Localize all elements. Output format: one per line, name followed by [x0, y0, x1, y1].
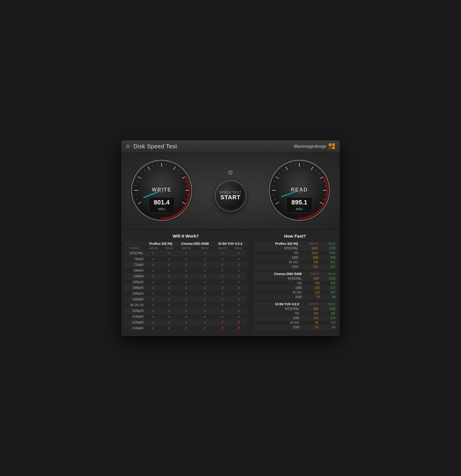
format-cell: 1080p60 [125, 296, 145, 302]
cross-icon: ✗ [237, 326, 240, 330]
format-cell: 2160p60 [125, 325, 145, 331]
format-cell: 1080p25 [125, 279, 145, 285]
subheader-w3: WRITE [214, 246, 231, 250]
check-icon: ✓ [168, 251, 171, 255]
hf-read-cell: 852 [319, 260, 336, 264]
hf-format-cell: 720 [254, 281, 303, 285]
check-cell: ✓ [231, 268, 247, 273]
hf-format-cell: NTSC/PAL [254, 276, 303, 281]
check-icon: ✓ [152, 303, 155, 307]
write-gauge: WRITE 801.4 MB/s [130, 159, 193, 222]
check-icon: ✓ [221, 286, 224, 290]
check-icon: ✓ [185, 268, 188, 273]
hf-read-cell: 245 [320, 290, 336, 295]
check-icon: ✓ [203, 297, 207, 301]
subheader-w1: WRITE [145, 246, 162, 250]
table-row: 2160p50✓✓✓✓✗✗ [125, 319, 247, 325]
check-cell: ✓ [231, 314, 247, 319]
check-icon: ✓ [152, 314, 155, 319]
check-icon: ✓ [203, 309, 207, 313]
check-icon: ✓ [185, 286, 188, 290]
read-label: READ [291, 187, 308, 193]
how-fast-section: 10 Bit YUV 4:2:2WRITEREADNTSC/PAL8941006… [254, 302, 336, 330]
check-icon: ✓ [237, 257, 241, 261]
hf-format-cell: NTSC/PAL [254, 246, 299, 251]
check-icon: ✓ [185, 263, 188, 267]
subheader-r3: READ [231, 246, 247, 250]
table-row: 1080151170 [254, 316, 336, 320]
check-icon: ✓ [152, 297, 155, 301]
hf-read-cell: 382 [319, 311, 336, 316]
subheader-r1: READ [162, 246, 177, 250]
start-label-main: START [220, 194, 241, 201]
read-col-header: READ [319, 241, 336, 246]
table-row: 1080p30✓✓✓✓✓✓ [125, 285, 247, 291]
check-cell: ✓ [196, 296, 214, 302]
check-icon: ✓ [221, 280, 224, 284]
check-icon: ✓ [237, 268, 241, 273]
table-row: 2160p25✓✓✓✓✓✓ [125, 308, 247, 314]
check-icon: ✓ [221, 251, 224, 255]
hf-write-cell: 98 [300, 320, 319, 325]
how-fast-table: Cinema DNG RAWWRITEREADNTSC/PAL198722357… [254, 272, 336, 299]
write-value: 801.4 [152, 199, 171, 206]
hf-read-cell: 1006 [319, 306, 336, 311]
check-icon: ✓ [168, 257, 171, 261]
check-icon: ✓ [168, 297, 171, 301]
hf-write-cell: 1616 [299, 251, 319, 255]
check-icon: ✓ [237, 291, 241, 296]
check-icon: ✓ [152, 320, 155, 325]
check-cell: ✓ [214, 308, 231, 314]
format-cell: 2K DCI 25 [125, 302, 145, 308]
hf-read-cell: 2728 [319, 246, 336, 251]
table-row: 1080808909 [254, 255, 336, 260]
how-fast-table: ProRes 422 HQWRITEREADNTSC/PAL2425272872… [254, 241, 336, 269]
check-icon: ✓ [185, 251, 188, 255]
table-row: NTSC/PAL24252728 [254, 246, 336, 251]
brand-sq-2 [332, 143, 335, 146]
hf-format-cell: 720 [254, 251, 299, 255]
check-icon: ✓ [237, 297, 241, 301]
check-icon: ✓ [221, 303, 224, 307]
check-icon: ✓ [203, 320, 207, 325]
check-icon: ✓ [168, 268, 171, 273]
hf-write-cell: 35 [300, 325, 319, 329]
check-cell: ✓ [214, 262, 231, 268]
read-col-header: READ [319, 302, 336, 307]
check-icon: ✓ [152, 268, 155, 273]
hf-write-cell: 79 [303, 295, 320, 299]
check-icon: ✓ [237, 263, 241, 267]
check-cell: ✓ [214, 256, 231, 262]
hf-write-cell: 754 [303, 281, 320, 285]
check-icon: ✓ [237, 314, 241, 319]
table-row: 2K DCI218245 [254, 290, 336, 295]
hf-read-cell: 377 [320, 285, 336, 290]
close-button[interactable]: × [126, 144, 130, 148]
hf-format-cell: 2K DCI [254, 320, 300, 325]
hf-write-cell: 218 [303, 290, 320, 295]
check-cell: ✓ [231, 302, 247, 308]
table-row: 720754849 [254, 281, 336, 285]
app-window: × Disk Speed Test Blackmagicdesign [121, 140, 340, 336]
table-row: NTSC/PAL8941006 [254, 306, 336, 311]
settings-icon[interactable]: ⚙ [228, 169, 233, 177]
check-icon: ✓ [168, 320, 171, 325]
hf-write-cell: 1987 [303, 276, 320, 281]
gauges-section: WRITE 801.4 MB/s ⚙ SPEED TEST START [121, 153, 340, 230]
start-button[interactable]: SPEED TEST START [215, 180, 246, 212]
check-cell: ✓ [214, 268, 231, 273]
check-icon: ✓ [203, 274, 207, 278]
check-cell: ✓ [196, 325, 214, 331]
check-cell: ✓ [231, 262, 247, 268]
hf-format-cell: 2K DCI [254, 260, 299, 264]
check-cell: ✓ [214, 250, 231, 256]
check-icon: ✓ [168, 286, 171, 290]
cross-icon: ✗ [221, 326, 224, 330]
check-cell: ✓ [214, 296, 231, 302]
check-cell: ✓ [196, 268, 214, 273]
check-cell: ✓ [145, 302, 162, 308]
table-row: 2160p30✓✓✓✓✓✓ [125, 314, 247, 319]
format-cell: 2160p50 [125, 319, 145, 325]
check-cell: ✓ [162, 325, 177, 331]
check-icon: ✓ [237, 286, 241, 290]
